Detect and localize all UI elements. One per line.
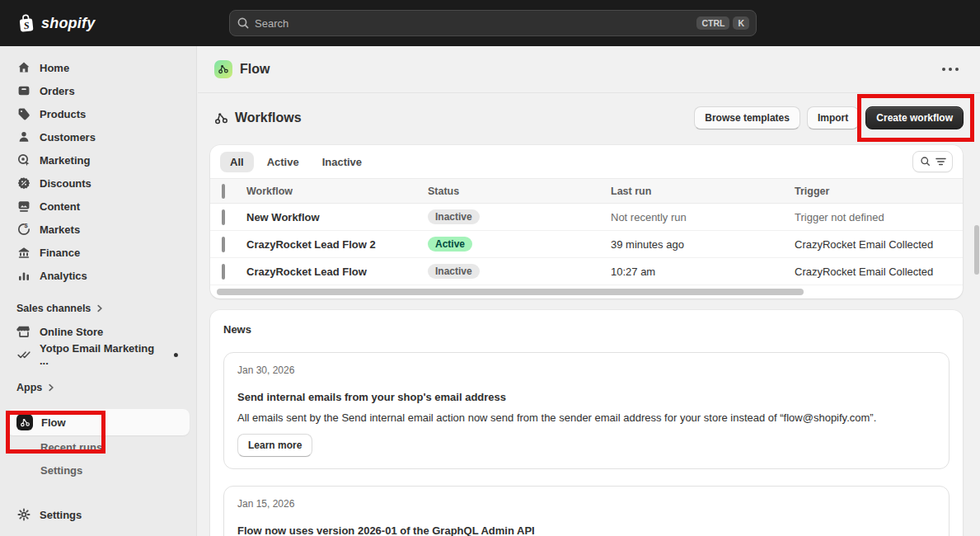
column-header-last-run[interactable]: Last run <box>611 186 795 197</box>
shopify-bag-icon: S <box>16 12 36 34</box>
workflow-name[interactable]: CrazyRocket Lead Flow <box>246 266 428 278</box>
search-and-filter-button[interactable] <box>912 151 953 172</box>
sidebar-item-markets[interactable]: $ Markets <box>7 218 190 241</box>
sidebar-item-marketing[interactable]: Marketing <box>7 148 190 172</box>
sidebar-item-recent-runs[interactable]: Recent runs <box>7 435 190 458</box>
sidebar-item-finance[interactable]: Finance <box>7 241 190 264</box>
sidebar: Home Orders Products Customers Marketing <box>0 46 197 536</box>
table-row[interactable]: New Workflow Inactive Not recently run T… <box>210 204 963 231</box>
global-search-input[interactable]: Search CTRL K <box>229 10 757 36</box>
gear-icon <box>16 507 31 522</box>
svg-text:$: $ <box>24 222 28 229</box>
create-workflow-button[interactable]: Create workflow <box>865 106 964 129</box>
sidebar-item-label: Flow <box>41 416 66 429</box>
analytics-icon <box>16 268 31 283</box>
table-row[interactable]: CrazyRocket Lead Flow Inactive 10:27 am … <box>210 258 963 285</box>
table-header-row: Workflow Status Last run Trigger <box>210 178 963 204</box>
shopify-logo[interactable]: S shopify <box>16 12 95 34</box>
browse-templates-button[interactable]: Browse templates <box>694 106 800 129</box>
sidebar-item-label: Orders <box>40 85 75 97</box>
sidebar-item-label: Analytics <box>40 270 87 282</box>
sales-channels-header[interactable]: Sales channels <box>16 300 190 317</box>
sidebar-item-analytics[interactable]: Analytics <box>7 264 190 287</box>
table-row[interactable]: CrazyRocket Lead Flow 2 Active 39 minute… <box>210 231 963 258</box>
topbar: S shopify Search CTRL K <box>0 0 980 46</box>
marketing-icon <box>16 153 31 167</box>
learn-more-button[interactable]: Learn more <box>237 434 312 457</box>
sidebar-item-label: Finance <box>40 247 80 259</box>
finance-icon <box>16 245 31 260</box>
row-checkbox[interactable] <box>222 209 225 225</box>
customers-icon <box>16 129 31 144</box>
sidebar-item-home[interactable]: Home <box>7 56 190 79</box>
workflow-name[interactable]: CrazyRocket Lead Flow 2 <box>246 238 428 251</box>
sidebar-item-settings[interactable]: Settings <box>7 503 190 526</box>
ctrl-key-badge: CTRL <box>696 16 729 31</box>
sidebar-item-label: Settings <box>40 509 82 521</box>
sidebar-item-flow[interactable]: Flow <box>7 409 190 435</box>
sidebar-item-label: Discounts <box>40 177 91 190</box>
news-body: All emails sent by the Send internal ema… <box>237 411 935 424</box>
sidebar-item-discounts[interactable]: Discounts <box>7 172 190 195</box>
row-checkbox[interactable] <box>222 264 225 280</box>
workflows-card: All Active Inactive Workflow Status Last… <box>210 145 963 299</box>
filter-icon <box>935 157 946 167</box>
sidebar-item-products[interactable]: Products <box>7 102 190 125</box>
sidebar-item-orders[interactable]: Orders <box>7 79 190 102</box>
chevron-right-icon <box>47 383 55 392</box>
products-icon <box>16 106 31 121</box>
sidebar-item-yotpo-email-marketing[interactable]: Yotpo Email Marketing ... <box>7 343 190 366</box>
column-header-workflow[interactable]: Workflow <box>246 186 428 197</box>
discounts-icon <box>16 176 31 190</box>
apps-header-label: Apps <box>16 382 42 393</box>
news-heading: Flow now uses version 2026-01 of the Gra… <box>237 524 935 536</box>
tab-inactive[interactable]: Inactive <box>312 152 372 172</box>
sidebar-item-flow-settings[interactable]: Settings <box>7 458 190 482</box>
last-run-cell: 10:27 am <box>611 266 795 278</box>
sidebar-item-content[interactable]: Content <box>7 195 190 218</box>
tab-all[interactable]: All <box>220 152 254 172</box>
news-item: Jan 15, 2026 Flow now uses version 2026-… <box>223 486 950 536</box>
sidebar-item-label: Home <box>40 62 69 74</box>
sidebar-item-label: Yotpo Email Marketing ... <box>40 342 166 367</box>
sidebar-item-label: Customers <box>40 131 96 143</box>
notification-dot <box>174 353 178 357</box>
select-all-checkbox[interactable] <box>222 184 225 199</box>
trigger-cell: CrazyRocket Email Collected <box>795 266 963 278</box>
sidebar-item-label: Marketing <box>40 154 90 167</box>
overflow-menu-button[interactable] <box>937 63 964 76</box>
last-run-cell: Not recently run <box>611 211 795 223</box>
sidebar-item-label: Markets <box>40 223 80 236</box>
flow-page-icon <box>214 60 232 78</box>
trigger-cell: Trigger not defined <box>795 211 963 223</box>
column-header-status[interactable]: Status <box>428 186 611 197</box>
news-date: Jan 15, 2026 <box>237 498 935 510</box>
sidebar-item-online-store[interactable]: Online Store <box>7 320 190 343</box>
sidebar-item-customers[interactable]: Customers <box>7 125 190 148</box>
page-header: Flow <box>198 46 980 93</box>
sub-item-label: Settings <box>40 464 82 477</box>
status-badge: Inactive <box>428 209 480 224</box>
news-date: Jan 30, 2026 <box>237 364 935 376</box>
apps-header[interactable]: Apps <box>16 379 190 396</box>
workflow-name[interactable]: New Workflow <box>246 211 428 223</box>
column-header-trigger[interactable]: Trigger <box>795 186 963 197</box>
page-title: Flow <box>240 62 270 77</box>
home-icon <box>16 60 31 75</box>
shopify-wordmark: shopify <box>41 15 95 32</box>
sidebar-item-label: Content <box>40 200 80 213</box>
tab-active[interactable]: Active <box>257 152 309 172</box>
import-button[interactable]: Import <box>807 106 859 129</box>
horizontal-scrollbar[interactable] <box>217 289 804 295</box>
search-placeholder: Search <box>255 17 288 30</box>
orders-icon <box>16 83 31 98</box>
row-checkbox[interactable] <box>222 237 225 252</box>
news-heading: Send internal emails from your shop's em… <box>237 391 935 403</box>
news-item: Jan 30, 2026 Send internal emails from y… <box>223 352 950 469</box>
last-run-cell: 39 minutes ago <box>611 238 795 251</box>
news-title: News <box>223 323 950 336</box>
trigger-cell: CrazyRocket Email Collected <box>795 238 963 251</box>
vertical-scrollbar[interactable] <box>974 225 979 275</box>
sales-channels-header-label: Sales channels <box>16 303 91 314</box>
workflows-header-row: Workflows Browse templates Import Create… <box>198 93 980 143</box>
